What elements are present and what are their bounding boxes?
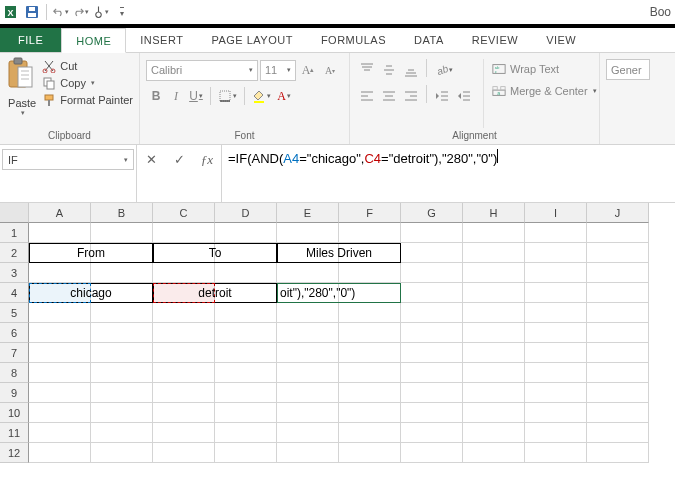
cell[interactable]	[29, 303, 91, 323]
decrease-font-icon[interactable]: A▾	[320, 59, 340, 81]
cell[interactable]	[91, 323, 153, 343]
cancel-formula-icon[interactable]: ✕	[137, 149, 165, 170]
row-header[interactable]: 5	[0, 303, 29, 323]
cell[interactable]	[339, 303, 401, 323]
row-header[interactable]: 11	[0, 423, 29, 443]
tab-view[interactable]: VIEW	[532, 28, 590, 52]
cell[interactable]	[29, 403, 91, 423]
cell[interactable]	[277, 343, 339, 363]
row-header[interactable]: 12	[0, 443, 29, 463]
orientation-icon[interactable]: ab▾	[431, 59, 456, 81]
cell[interactable]	[339, 383, 401, 403]
cell[interactable]	[29, 343, 91, 363]
number-format-select[interactable]: Gener	[606, 59, 650, 80]
tab-file[interactable]: FILE	[0, 28, 61, 52]
cell[interactable]	[215, 303, 277, 323]
border-button[interactable]: ▾	[215, 85, 240, 107]
cell[interactable]	[215, 423, 277, 443]
cell[interactable]	[401, 403, 463, 423]
cell[interactable]	[463, 303, 525, 323]
cell[interactable]	[587, 403, 649, 423]
tab-review[interactable]: REVIEW	[458, 28, 532, 52]
cell[interactable]	[339, 263, 401, 283]
increase-indent-icon[interactable]	[453, 85, 475, 107]
cell[interactable]	[215, 263, 277, 283]
redo-icon[interactable]: ▾	[73, 4, 89, 20]
cell[interactable]	[587, 303, 649, 323]
cell[interactable]	[91, 243, 153, 263]
cell[interactable]	[153, 343, 215, 363]
cell[interactable]	[29, 323, 91, 343]
cell[interactable]	[587, 323, 649, 343]
cell[interactable]	[29, 383, 91, 403]
cell[interactable]	[91, 283, 153, 303]
cell[interactable]	[339, 423, 401, 443]
row-header[interactable]: 1	[0, 223, 29, 243]
cell[interactable]	[463, 263, 525, 283]
cell[interactable]	[463, 383, 525, 403]
insert-function-icon[interactable]: ƒx	[193, 149, 221, 170]
cell[interactable]	[401, 363, 463, 383]
column-header[interactable]: G	[401, 203, 463, 223]
cell[interactable]	[463, 363, 525, 383]
cell[interactable]	[215, 383, 277, 403]
column-header[interactable]: F	[339, 203, 401, 223]
cell[interactable]	[153, 423, 215, 443]
cell[interactable]	[463, 423, 525, 443]
cell[interactable]	[401, 283, 463, 303]
cell[interactable]	[153, 223, 215, 243]
cell[interactable]	[29, 243, 91, 263]
cell[interactable]	[463, 403, 525, 423]
cell[interactable]	[525, 403, 587, 423]
column-header[interactable]: C	[153, 203, 215, 223]
cell[interactable]	[401, 303, 463, 323]
column-header[interactable]: E	[277, 203, 339, 223]
cell[interactable]	[91, 403, 153, 423]
cell[interactable]	[401, 263, 463, 283]
cell[interactable]	[339, 363, 401, 383]
cell[interactable]	[215, 443, 277, 463]
cell[interactable]	[277, 283, 339, 303]
align-top-icon[interactable]	[356, 59, 378, 81]
cell[interactable]	[587, 383, 649, 403]
tab-formulas[interactable]: FORMULAS	[307, 28, 400, 52]
cell[interactable]	[153, 363, 215, 383]
cell[interactable]	[91, 303, 153, 323]
cell[interactable]	[277, 323, 339, 343]
formula-input[interactable]: =IF(AND(A4="chicago",C4="detroit"),"280"…	[222, 145, 675, 202]
cell[interactable]	[29, 283, 91, 303]
font-size-select[interactable]: 11▾	[260, 60, 296, 81]
cell[interactable]	[525, 383, 587, 403]
cell[interactable]	[153, 323, 215, 343]
tab-data[interactable]: DATA	[400, 28, 458, 52]
cell[interactable]	[401, 343, 463, 363]
tab-page-layout[interactable]: PAGE LAYOUT	[197, 28, 307, 52]
cell[interactable]	[525, 243, 587, 263]
cell[interactable]	[91, 363, 153, 383]
cell[interactable]	[153, 383, 215, 403]
align-middle-icon[interactable]	[378, 59, 400, 81]
cell[interactable]	[29, 223, 91, 243]
cell[interactable]	[215, 223, 277, 243]
tab-insert[interactable]: INSERT	[126, 28, 197, 52]
cell[interactable]	[525, 343, 587, 363]
cell[interactable]	[401, 443, 463, 463]
enter-formula-icon[interactable]: ✓	[165, 149, 193, 170]
cell[interactable]	[29, 263, 91, 283]
cell[interactable]	[525, 363, 587, 383]
cell[interactable]	[277, 423, 339, 443]
cell[interactable]	[463, 343, 525, 363]
cell[interactable]	[91, 383, 153, 403]
column-header[interactable]: H	[463, 203, 525, 223]
cell[interactable]	[587, 223, 649, 243]
cell[interactable]	[29, 423, 91, 443]
touch-mode-icon[interactable]: ▾	[93, 4, 109, 20]
column-header[interactable]: B	[91, 203, 153, 223]
fill-color-button[interactable]: ▾	[249, 85, 274, 107]
format-painter-button[interactable]: Format Painter	[42, 93, 133, 107]
cell[interactable]	[401, 423, 463, 443]
cell[interactable]	[525, 263, 587, 283]
cell[interactable]	[91, 263, 153, 283]
column-header[interactable]: D	[215, 203, 277, 223]
cell[interactable]	[277, 383, 339, 403]
